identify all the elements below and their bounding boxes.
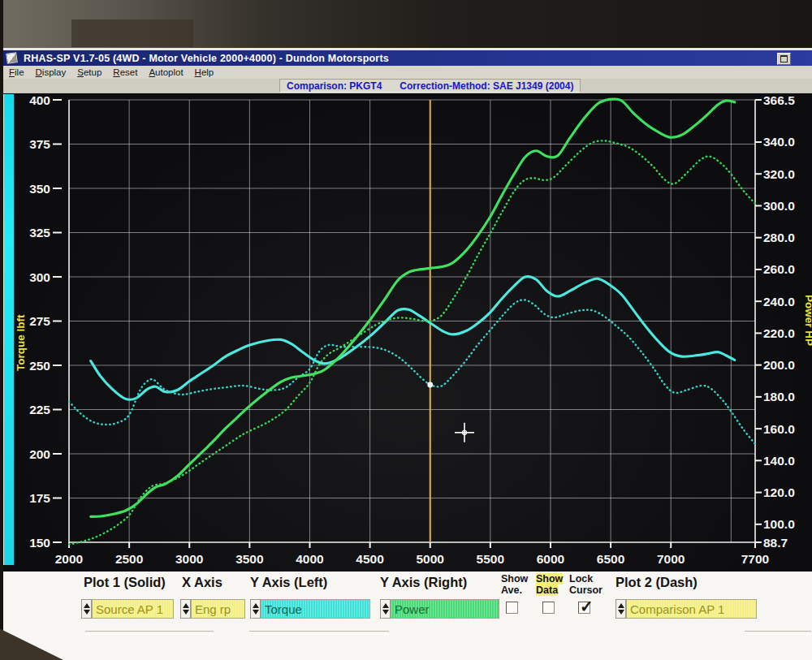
- y-left-tick-label: 300: [29, 270, 50, 284]
- x-tick-label: 5500: [477, 552, 504, 566]
- panel-divider: [249, 631, 389, 635]
- x-tick-label: 4000: [296, 552, 323, 566]
- y-left-tick-label: 225: [29, 403, 50, 416]
- y-right-tick-label: 160.0: [763, 422, 795, 436]
- xaxis-field[interactable]: Eng rp: [191, 599, 245, 619]
- y-right-tick-label: 300.0: [763, 199, 795, 213]
- y-right-tick-label: 100.0: [763, 517, 795, 531]
- yright-combo: Power: [380, 599, 499, 619]
- plot2-source-field[interactable]: Comparison AP 1: [626, 599, 757, 619]
- plot1-source-spinner[interactable]: [81, 599, 92, 619]
- y-right-tick-label: 180.0: [763, 390, 795, 403]
- control-panel: Plot 1 (Solid) X Axis Y Axis (Left) Y Ax…: [3, 572, 812, 660]
- y-right-tick-label: 140.0: [763, 454, 795, 468]
- plot1-label: Plot 1 (Solid): [84, 575, 166, 590]
- y-right-tick-label: 280.0: [763, 231, 795, 244]
- yright-field[interactable]: Power: [391, 599, 499, 619]
- y-right-tick-label: 240.0: [763, 295, 795, 308]
- lock-cursor-checkmark: ✓: [580, 601, 594, 612]
- x-tick-label: 5000: [416, 552, 443, 566]
- yleft-field[interactable]: Torque: [261, 599, 370, 619]
- x-tick-label: 6500: [597, 552, 624, 566]
- show-ave-checkbox[interactable]: [506, 602, 518, 614]
- y-left-tick-label: 375: [29, 137, 50, 151]
- y-right-tick-label: 200.0: [763, 358, 795, 372]
- plot1-source-combo: Source AP 1: [81, 599, 174, 619]
- x-tick-label: 3500: [235, 552, 263, 566]
- x-tick-label: 3000: [175, 552, 203, 566]
- plot2-source-combo: Comparison AP 1: [615, 599, 757, 619]
- y-left-tick-label: 325: [29, 226, 50, 239]
- plot1-source-field[interactable]: Source AP 1: [92, 599, 174, 619]
- lock-cursor-label: LockCursor: [569, 574, 603, 596]
- y-left-tick-label: 350: [29, 182, 50, 196]
- screen-photo: RHAS-SP V1.7-05 (4WD - Motor Vehicle 200…: [0, 0, 812, 660]
- y-right-tick-label: 88.7: [763, 536, 788, 550]
- yright-label: Y Axis (Right): [380, 575, 467, 590]
- panel-divider: [745, 631, 811, 635]
- photo-left-bezel: [0, 0, 3, 660]
- xaxis-label: X Axis: [182, 575, 222, 590]
- plot2-source-spinner[interactable]: [615, 599, 626, 619]
- y-left-tick-label: 150: [29, 536, 50, 550]
- y-left-axis-title: Torque lbft: [15, 314, 27, 371]
- x-tick-label: 4500: [356, 552, 383, 566]
- power-dotted-curve: [69, 140, 755, 544]
- y-right-axis-title: Power HP: [803, 295, 812, 346]
- xaxis-combo: Eng rp: [180, 599, 245, 619]
- y-left-tick-label: 400: [29, 93, 50, 107]
- x-tick-label: 6000: [537, 552, 564, 566]
- show-ave-label: ShowAve.: [501, 574, 528, 596]
- y-right-tick-label: 260.0: [763, 262, 795, 276]
- chart-top-border: [0, 93, 812, 93]
- yleft-label: Y Axis (Left): [250, 575, 327, 590]
- torque-solid-curve: [91, 277, 735, 400]
- yleft-combo: Torque: [250, 599, 370, 619]
- cursor-data-marker: [427, 382, 433, 388]
- y-left-tick-label: 200: [29, 447, 50, 461]
- y-left-tick-label: 175: [29, 491, 50, 505]
- yright-spinner[interactable]: [380, 599, 391, 619]
- y-left-tick-label: 250: [29, 359, 50, 373]
- y-left-tick-label: 275: [29, 314, 50, 328]
- x-tick-label: 2000: [55, 552, 83, 566]
- yleft-spinner[interactable]: [250, 599, 261, 619]
- show-data-label: ShowData: [536, 574, 563, 596]
- x-tick-label: 7000: [657, 552, 685, 566]
- plot2-label: Plot 2 (Dash): [615, 575, 698, 590]
- y-right-tick-label: 366.5: [763, 93, 795, 107]
- xaxis-spinner[interactable]: [180, 599, 191, 619]
- panel-divider: [85, 631, 214, 635]
- y-right-tick-label: 320.0: [763, 167, 795, 181]
- show-data-checkbox[interactable]: [542, 602, 555, 614]
- y-right-tick-label: 220.0: [763, 326, 795, 340]
- x-tick-label: 7700: [741, 552, 769, 566]
- dyno-chart: 400375350325300275250225200175150366.534…: [0, 0, 812, 660]
- y-right-tick-label: 340.0: [763, 135, 795, 149]
- x-tick-label: 2500: [115, 552, 143, 566]
- y-right-tick-label: 120.0: [763, 485, 795, 499]
